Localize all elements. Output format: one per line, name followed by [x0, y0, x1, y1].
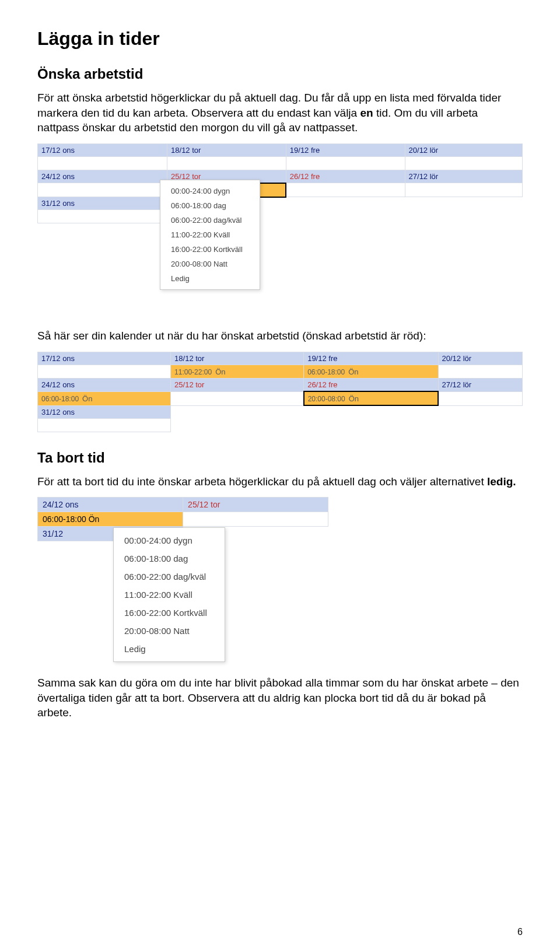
- ctx-item[interactable]: 16:00-22:00 Kortkväll: [160, 242, 260, 257]
- ctx-item[interactable]: 06:00-18:00 dag: [160, 198, 260, 213]
- text-bold: en: [360, 107, 373, 119]
- cal-header[interactable]: 18/12 tor: [171, 352, 304, 365]
- cal-cell-wish[interactable]: 06:00-18:00Ön: [38, 391, 171, 405]
- cal-cell-wish[interactable]: 11:00-22:00Ön: [171, 365, 304, 379]
- cal-cell[interactable]: [38, 418, 171, 432]
- ctx-item[interactable]: 06:00-22:00 dag/kväl: [160, 213, 260, 227]
- calendar-1-container: 17/12 ons 18/12 tor 19/12 fre 20/12 lör …: [37, 143, 523, 224]
- calendar-3-container: 24/12 ons 25/12 tor 06:00-18:00 Ön 31/12…: [37, 497, 523, 541]
- cal-cell[interactable]: [38, 210, 167, 223]
- section-remove-paragraph: För att ta bort tid du inte önskar arbet…: [37, 474, 523, 489]
- label-text: Ön: [349, 394, 359, 403]
- cal-cell[interactable]: [171, 391, 304, 405]
- cal-cell-wish[interactable]: 06:00-18:00 Ön: [38, 512, 183, 527]
- context-menu-2[interactable]: 00:00-24:00 dygn 06:00-18:00 dag 06:00-2…: [113, 527, 225, 662]
- section-2-intro: Så här ser din kalender ut när du har ön…: [37, 328, 523, 344]
- cal-cell-wish[interactable]: 06:00-18:00Ön: [304, 365, 438, 379]
- ctx-item[interactable]: Ledig: [114, 640, 225, 658]
- label-text: Ön: [348, 367, 358, 376]
- calendar-2: 17/12 ons 18/12 tor 19/12 fre 20/12 lör …: [37, 352, 523, 432]
- cal-empty: [286, 210, 405, 223]
- cal-cell[interactable]: [38, 365, 171, 379]
- cal-cell[interactable]: [405, 156, 522, 170]
- time-text: 11:00-22:00: [174, 368, 215, 376]
- time-text: 06:00-18:00: [41, 395, 82, 403]
- cal-cell[interactable]: [38, 183, 167, 197]
- label-text: Ön: [89, 514, 100, 524]
- cal-header[interactable]: 31/12 ons: [38, 197, 167, 210]
- time-text: 06:00-18:00: [43, 514, 86, 524]
- text-bold: ledig.: [487, 475, 516, 488]
- cal-cell[interactable]: [183, 512, 328, 527]
- ctx-item[interactable]: 06:00-18:00 dag: [114, 549, 225, 568]
- label-text: Ön: [82, 394, 92, 403]
- cal-header[interactable]: 24/12 ons: [38, 379, 171, 392]
- cal-cell[interactable]: [167, 156, 286, 170]
- cal-header[interactable]: 18/12 tor: [167, 143, 286, 156]
- cal-empty: [286, 197, 405, 210]
- cal-empty: [171, 405, 304, 418]
- ctx-item[interactable]: 00:00-24:00 dygn: [160, 184, 260, 198]
- section-wish-title: Önska arbetstid: [37, 66, 523, 82]
- time-text: 06:00-18:00: [307, 368, 348, 376]
- cal-empty: [438, 405, 522, 418]
- cal-header[interactable]: 31/12 ons: [38, 405, 171, 418]
- cal-header[interactable]: 25/12 tor: [171, 379, 304, 392]
- cal-header[interactable]: 26/12 fre: [286, 170, 405, 183]
- cal-cell[interactable]: [286, 156, 405, 170]
- cal-empty: [405, 210, 522, 223]
- cal-empty: [171, 418, 304, 432]
- cal-empty: [304, 405, 438, 418]
- cal-header[interactable]: 19/12 fre: [304, 352, 438, 365]
- cal-header[interactable]: 26/12 fre: [304, 379, 438, 392]
- ctx-item[interactable]: 11:00-22:00 Kväll: [114, 586, 225, 604]
- cal-cell-wish-active[interactable]: 20:00-08:00Ön: [304, 391, 438, 405]
- cal-empty: [438, 418, 522, 432]
- cal-header[interactable]: 17/12 ons: [38, 352, 171, 365]
- cal-empty: [304, 418, 438, 432]
- ctx-item[interactable]: 20:00-08:00 Natt: [114, 622, 225, 640]
- cal-cell[interactable]: [286, 183, 405, 197]
- cal-header[interactable]: 27/12 lör: [405, 170, 522, 183]
- cal-cell[interactable]: [405, 183, 522, 197]
- cal-cell[interactable]: [38, 156, 167, 170]
- context-menu[interactable]: 00:00-24:00 dygn 06:00-18:00 dag 06:00-2…: [160, 180, 260, 290]
- cal-cell[interactable]: [438, 391, 522, 405]
- page-title: Lägga in tider: [37, 28, 523, 50]
- ctx-item[interactable]: 11:00-22:00 Kväll: [160, 227, 260, 242]
- ctx-item[interactable]: 16:00-22:00 Kortkväll: [114, 604, 225, 622]
- cal-empty: [405, 197, 522, 210]
- cal-header[interactable]: 24/12 ons: [38, 170, 167, 183]
- cal-header[interactable]: 24/12 ons: [38, 498, 183, 512]
- cal-header[interactable]: 17/12 ons: [38, 143, 167, 156]
- calendar-1: 17/12 ons 18/12 tor 19/12 fre 20/12 lör …: [37, 143, 523, 224]
- cal-header[interactable]: 20/12 lör: [438, 352, 522, 365]
- section-4-paragraph: Samma sak kan du göra om du inte har bli…: [37, 675, 523, 720]
- text: För att ta bort tid du inte önskar arbet…: [37, 475, 487, 488]
- time-text: 20:00-08:00: [308, 395, 349, 403]
- ctx-item[interactable]: 06:00-22:00 dag/kväl: [114, 568, 225, 586]
- ctx-item[interactable]: 20:00-08:00 Natt: [160, 257, 260, 271]
- ctx-item[interactable]: Ledig: [160, 271, 260, 286]
- section-remove-title: Ta bort tid: [37, 450, 523, 466]
- cal-cell[interactable]: [438, 365, 522, 379]
- cal-header[interactable]: 27/12 lör: [438, 379, 522, 392]
- label-text: Ön: [215, 367, 225, 376]
- ctx-item[interactable]: 00:00-24:00 dygn: [114, 531, 225, 549]
- section-wish-paragraph: För att önska arbetstid högerklickar du …: [37, 90, 523, 135]
- cal-header[interactable]: 25/12 tor: [183, 498, 328, 512]
- cal-header[interactable]: 20/12 lör: [405, 143, 522, 156]
- cal-header[interactable]: 19/12 fre: [286, 143, 405, 156]
